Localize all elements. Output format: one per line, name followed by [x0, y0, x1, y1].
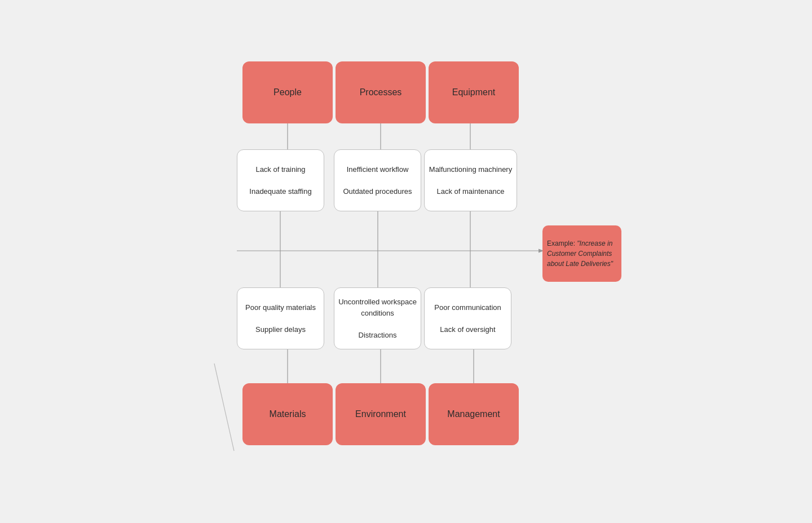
equipment-causes-node[interactable]: Malfunctioning machineryLack of maintena… [424, 149, 517, 211]
processes-node[interactable]: Processes [336, 61, 426, 123]
people-node[interactable]: People [242, 61, 333, 123]
equipment-node[interactable]: Equipment [429, 61, 519, 123]
management-causes-node[interactable]: Poor communicationLack of oversight [424, 287, 511, 349]
svg-line-13 [214, 364, 234, 451]
environment-causes-node[interactable]: Uncontrolled workspace conditionsDistrac… [334, 287, 421, 349]
effect-node[interactable]: Example: "Increase in Customer Complaint… [542, 225, 621, 282]
environment-node[interactable]: Environment [336, 383, 426, 445]
management-node[interactable]: Management [429, 383, 519, 445]
processes-causes-node[interactable]: Inefficient workflowOutdated procedures [334, 149, 421, 211]
diagram-container: People Processes Equipment Lack of train… [0, 0, 812, 523]
materials-causes-node[interactable]: Poor quality materialsSupplier delays [237, 287, 324, 349]
people-causes-node[interactable]: Lack of trainingInadequate staffing [237, 149, 324, 211]
materials-node[interactable]: Materials [242, 383, 333, 445]
